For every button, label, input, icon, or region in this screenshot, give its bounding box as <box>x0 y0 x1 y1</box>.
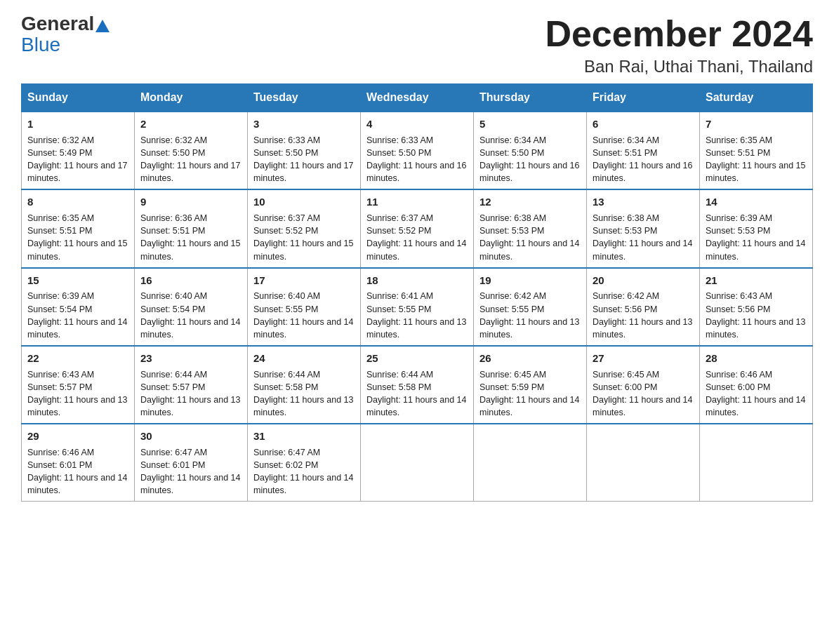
calendar-cell: 3 Sunrise: 6:33 AMSunset: 5:50 PMDayligh… <box>248 112 361 189</box>
day-number: 8 <box>27 194 128 210</box>
calendar-cell: 27 Sunrise: 6:45 AMSunset: 6:00 PMDaylig… <box>587 346 700 424</box>
day-number: 24 <box>253 351 355 366</box>
day-info: Sunrise: 6:35 AMSunset: 5:51 PMDaylight:… <box>27 213 127 261</box>
calendar-cell: 17 Sunrise: 6:40 AMSunset: 5:55 PMDaylig… <box>248 268 361 346</box>
day-info: Sunrise: 6:34 AMSunset: 5:51 PMDaylight:… <box>593 135 692 183</box>
calendar-cell: 11 Sunrise: 6:37 AMSunset: 5:52 PMDaylig… <box>361 189 474 267</box>
calendar-cell <box>700 424 813 502</box>
day-info: Sunrise: 6:33 AMSunset: 5:50 PMDaylight:… <box>366 135 466 183</box>
title-area: December 2024 Ban Rai, Uthai Thani, Thai… <box>545 14 813 76</box>
day-info: Sunrise: 6:47 AMSunset: 6:01 PMDaylight:… <box>140 448 240 495</box>
calendar-cell <box>474 424 587 502</box>
day-number: 31 <box>253 429 355 444</box>
day-info: Sunrise: 6:42 AMSunset: 5:56 PMDaylight:… <box>593 291 692 339</box>
calendar-cell: 10 Sunrise: 6:37 AMSunset: 5:52 PMDaylig… <box>248 189 361 267</box>
calendar-cell: 25 Sunrise: 6:44 AMSunset: 5:58 PMDaylig… <box>361 346 474 424</box>
day-number: 21 <box>706 273 807 288</box>
calendar-cell: 18 Sunrise: 6:41 AMSunset: 5:55 PMDaylig… <box>361 268 474 346</box>
calendar-cell: 6 Sunrise: 6:34 AMSunset: 5:51 PMDayligh… <box>587 112 700 189</box>
day-info: Sunrise: 6:33 AMSunset: 5:50 PMDaylight:… <box>253 135 353 183</box>
header-wednesday: Wednesday <box>361 84 474 112</box>
day-info: Sunrise: 6:38 AMSunset: 5:53 PMDaylight:… <box>593 213 692 261</box>
month-title: December 2024 <box>545 14 813 54</box>
day-number: 26 <box>479 351 581 366</box>
header-sunday: Sunday <box>22 84 135 112</box>
day-number: 7 <box>706 116 807 132</box>
calendar-cell: 24 Sunrise: 6:44 AMSunset: 5:58 PMDaylig… <box>248 346 361 424</box>
day-number: 10 <box>253 194 355 210</box>
day-info: Sunrise: 6:41 AMSunset: 5:55 PMDaylight:… <box>366 291 466 339</box>
day-info: Sunrise: 6:39 AMSunset: 5:53 PMDaylight:… <box>706 213 805 261</box>
calendar-cell: 14 Sunrise: 6:39 AMSunset: 5:53 PMDaylig… <box>700 189 813 267</box>
calendar-cell: 29 Sunrise: 6:46 AMSunset: 6:01 PMDaylig… <box>22 424 135 502</box>
day-info: Sunrise: 6:34 AMSunset: 5:50 PMDaylight:… <box>479 135 579 183</box>
header-friday: Friday <box>587 84 700 112</box>
day-info: Sunrise: 6:40 AMSunset: 5:55 PMDaylight:… <box>253 291 353 339</box>
logo-general-text: General <box>21 14 94 34</box>
day-number: 14 <box>706 194 807 210</box>
day-number: 22 <box>27 351 128 366</box>
calendar-cell: 31 Sunrise: 6:47 AMSunset: 6:02 PMDaylig… <box>248 424 361 502</box>
day-info: Sunrise: 6:45 AMSunset: 6:00 PMDaylight:… <box>593 370 692 417</box>
calendar-cell: 19 Sunrise: 6:42 AMSunset: 5:55 PMDaylig… <box>474 268 587 346</box>
day-number: 16 <box>140 273 241 288</box>
day-number: 15 <box>27 273 128 288</box>
day-number: 23 <box>140 351 241 366</box>
day-number: 30 <box>140 429 241 444</box>
calendar-cell: 20 Sunrise: 6:42 AMSunset: 5:56 PMDaylig… <box>587 268 700 346</box>
day-number: 2 <box>140 116 241 132</box>
day-info: Sunrise: 6:32 AMSunset: 5:50 PMDaylight:… <box>140 135 240 183</box>
location-title: Ban Rai, Uthai Thani, Thailand <box>545 57 813 76</box>
page-header: General Blue December 2024 Ban Rai, Utha… <box>21 14 813 76</box>
day-info: Sunrise: 6:44 AMSunset: 5:58 PMDaylight:… <box>253 370 353 417</box>
day-info: Sunrise: 6:35 AMSunset: 5:51 PMDaylight:… <box>706 135 805 183</box>
day-info: Sunrise: 6:44 AMSunset: 5:57 PMDaylight:… <box>140 370 240 417</box>
day-number: 17 <box>253 273 355 288</box>
calendar-cell: 12 Sunrise: 6:38 AMSunset: 5:53 PMDaylig… <box>474 189 587 267</box>
day-number: 9 <box>140 194 241 210</box>
logo-triangle-icon <box>95 20 110 32</box>
calendar-cell: 13 Sunrise: 6:38 AMSunset: 5:53 PMDaylig… <box>587 189 700 267</box>
calendar-cell: 16 Sunrise: 6:40 AMSunset: 5:54 PMDaylig… <box>135 268 248 346</box>
day-number: 29 <box>27 429 128 444</box>
week-row-1: 1 Sunrise: 6:32 AMSunset: 5:49 PMDayligh… <box>22 112 813 189</box>
day-info: Sunrise: 6:32 AMSunset: 5:49 PMDaylight:… <box>27 135 127 183</box>
logo: General Blue <box>21 14 111 56</box>
calendar-cell: 7 Sunrise: 6:35 AMSunset: 5:51 PMDayligh… <box>700 112 813 189</box>
calendar-cell: 28 Sunrise: 6:46 AMSunset: 6:00 PMDaylig… <box>700 346 813 424</box>
week-row-3: 15 Sunrise: 6:39 AMSunset: 5:54 PMDaylig… <box>22 268 813 346</box>
calendar-cell: 30 Sunrise: 6:47 AMSunset: 6:01 PMDaylig… <box>135 424 248 502</box>
day-number: 3 <box>253 116 355 132</box>
week-row-4: 22 Sunrise: 6:43 AMSunset: 5:57 PMDaylig… <box>22 346 813 424</box>
day-info: Sunrise: 6:38 AMSunset: 5:53 PMDaylight:… <box>479 213 579 261</box>
day-info: Sunrise: 6:37 AMSunset: 5:52 PMDaylight:… <box>253 213 353 261</box>
day-number: 27 <box>593 351 694 366</box>
day-number: 20 <box>593 273 694 288</box>
calendar-cell: 22 Sunrise: 6:43 AMSunset: 5:57 PMDaylig… <box>22 346 135 424</box>
calendar-cell <box>587 424 700 502</box>
calendar-cell: 1 Sunrise: 6:32 AMSunset: 5:49 PMDayligh… <box>22 112 135 189</box>
day-info: Sunrise: 6:45 AMSunset: 5:59 PMDaylight:… <box>479 370 579 417</box>
day-info: Sunrise: 6:43 AMSunset: 5:56 PMDaylight:… <box>706 291 805 339</box>
day-number: 5 <box>479 116 581 132</box>
day-number: 13 <box>593 194 694 210</box>
day-info: Sunrise: 6:40 AMSunset: 5:54 PMDaylight:… <box>140 291 240 339</box>
calendar-cell: 4 Sunrise: 6:33 AMSunset: 5:50 PMDayligh… <box>361 112 474 189</box>
day-number: 1 <box>27 116 128 132</box>
calendar-cell: 26 Sunrise: 6:45 AMSunset: 5:59 PMDaylig… <box>474 346 587 424</box>
day-number: 6 <box>593 116 694 132</box>
day-info: Sunrise: 6:36 AMSunset: 5:51 PMDaylight:… <box>140 213 240 261</box>
logo-blue-text: Blue <box>21 34 60 55</box>
day-number: 4 <box>366 116 468 132</box>
day-number: 11 <box>366 194 468 210</box>
day-number: 12 <box>479 194 581 210</box>
calendar-cell: 9 Sunrise: 6:36 AMSunset: 5:51 PMDayligh… <box>135 189 248 267</box>
day-info: Sunrise: 6:42 AMSunset: 5:55 PMDaylight:… <box>479 291 579 339</box>
day-info: Sunrise: 6:46 AMSunset: 6:00 PMDaylight:… <box>706 370 805 417</box>
day-number: 19 <box>479 273 581 288</box>
week-row-2: 8 Sunrise: 6:35 AMSunset: 5:51 PMDayligh… <box>22 189 813 267</box>
header-monday: Monday <box>135 84 248 112</box>
day-number: 18 <box>366 273 468 288</box>
calendar-cell: 21 Sunrise: 6:43 AMSunset: 5:56 PMDaylig… <box>700 268 813 346</box>
day-number: 25 <box>366 351 468 366</box>
